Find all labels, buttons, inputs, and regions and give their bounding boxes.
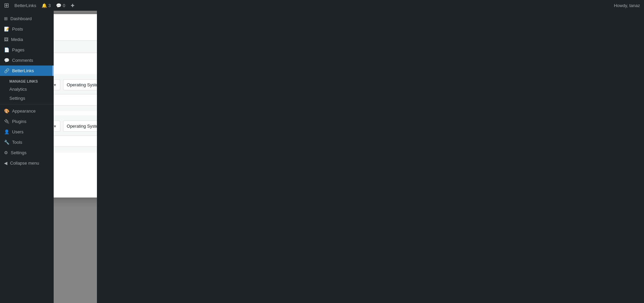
sidebar-item-betterlinks[interactable]: 🔗 BetterLinks [0,66,54,76]
modal-overlay: × Enable Dynamic Redirect Redirection Ty… [54,11,97,303]
users-label: Users [12,129,23,134]
dashboard-label: Dashboard [10,16,32,21]
target-url-1-input[interactable] [54,94,97,105]
device-dd-1-chevron-icon: ▼ [54,83,57,87]
betterlinks-icon: 🔗 [4,68,9,73]
target-url-2-os-dropdown[interactable]: Operating System ▼ [63,121,97,132]
add-new-link-button[interactable]: + Add New Link [54,158,97,167]
collapse-icon: ◀ [4,161,7,166]
user-greeting: Howdy, tanaz [614,3,640,8]
target-url-1-device-dropdown[interactable]: Device ▼ [54,79,60,90]
settings-label: Settings [9,96,25,101]
media-label: Media [11,37,23,42]
sidebar-manage-links-header: Manage Links [0,76,54,85]
plugins-icon: 🔌 [4,119,9,124]
device-based-urls-section: Device Based Target URLs Target URL 1 De… [54,62,97,153]
sidebar-item-dashboard[interactable]: ⊞ Dashboard [0,13,54,24]
admin-bar: ⊞ BetterLinks 🔔 3 💬 0 ✚ Howdy, tanaz [0,0,644,11]
comments-icon[interactable]: 💬 0 [56,3,65,8]
users-icon: 👤 [4,129,9,134]
settings2-label: Settings [11,150,26,155]
comments-label: Comments [12,58,33,63]
sidebar-item-plugins[interactable]: 🔌 Plugins [0,116,54,127]
wp-sidebar: ⊞ Dashboard 📝 Posts 🖼 Media 📄 Pages 💬 Co… [0,11,54,303]
pages-label: Pages [12,47,24,52]
sidebar-item-analytics[interactable]: Analytics [0,85,54,94]
sidebar-item-settings[interactable]: Settings [0,94,54,103]
sidebar-item-settings2[interactable]: ⚙ Settings [0,147,54,158]
target-url-2-card: Target URL 2 Device ▼ Operating System [54,115,97,153]
betterlinks-label: BetterLinks [12,68,34,73]
redirection-type-row: Redirection Type 🖥 Device ▼ [54,40,97,53]
sidebar-item-users[interactable]: 👤 Users [0,127,54,137]
collapse-label: Collapse menu [10,161,39,166]
notifications-icon[interactable]: 🔔 3 [42,3,51,8]
enable-dynamic-redirect-row: Enable Dynamic Redirect [54,25,97,31]
site-name: BetterLinks [14,3,36,8]
device-based-urls-title: Device Based Target URLs [54,62,97,69]
posts-icon: 📝 [4,27,9,32]
settings2-icon: ⚙ [4,150,8,155]
modal-body: Enable Dynamic Redirect Redirection Type… [54,14,97,198]
appearance-label: Appearance [12,109,36,114]
pages-icon: 📄 [4,47,9,52]
tools-icon: 🔧 [4,140,9,145]
add-new-icon[interactable]: ✚ [71,3,74,8]
main-content: Eas...Co...Co... go/... go/... ale... Qu… [54,11,97,303]
collapse-menu[interactable]: ◀ Collapse menu [0,158,54,168]
dashboard-icon: ⊞ [4,16,8,21]
media-icon: 🖼 [4,37,8,42]
sidebar-item-appearance[interactable]: 🎨 Appearance [0,106,54,116]
modal: × Enable Dynamic Redirect Redirection Ty… [54,14,97,198]
sidebar-item-tools[interactable]: 🔧 Tools [0,137,54,147]
sidebar-item-comments[interactable]: 💬 Comments [0,55,54,66]
tools-label: Tools [12,140,22,145]
sidebar-item-posts[interactable]: 📝 Posts [0,24,54,34]
posts-label: Posts [12,27,23,32]
sidebar-item-media[interactable]: 🖼 Media [0,34,54,45]
target-url-1-card: Target URL 1 Device ▼ Operating System [54,74,97,111]
analytics-label: Analytics [9,87,27,92]
redirection-type-dropdown[interactable]: 🖥 Device ▼ [54,40,97,53]
comments-nav-icon: 💬 [4,58,9,63]
sidebar-item-pages[interactable]: 📄 Pages [0,45,54,55]
target-url-1-os-dropdown[interactable]: Operating System ▼ [63,79,97,90]
wp-logo-icon: ⊞ [4,2,9,9]
plugins-label: Plugins [12,119,26,124]
target-url-2-input[interactable] [54,135,97,147]
device-dd-2-chevron-icon: ▼ [54,124,57,128]
appearance-icon: 🎨 [4,109,9,114]
target-url-2-device-dropdown[interactable]: Device ▼ [54,121,60,132]
